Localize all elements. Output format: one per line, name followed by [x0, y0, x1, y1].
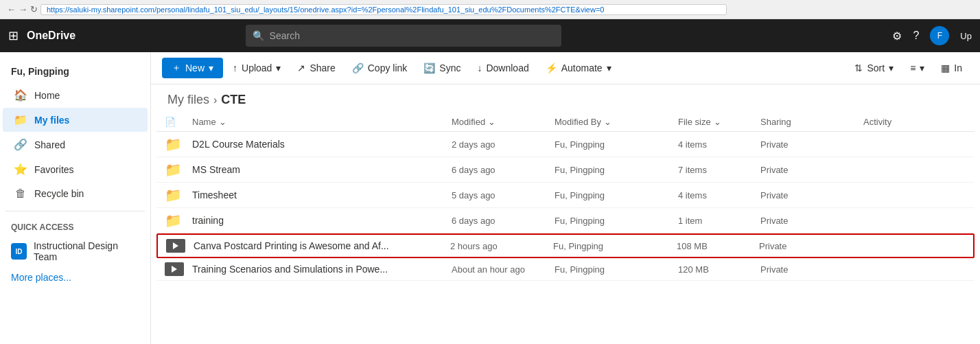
folder-icon: 📁: [165, 187, 192, 203]
sort-button[interactable]: ⇅ Sort ▾: [848, 58, 900, 78]
view-toggle-button[interactable]: ≡ ▾: [903, 58, 931, 78]
shared-icon: 🔗: [14, 138, 27, 151]
table-row[interactable]: 📁 D2L Course Materials 2 days ago Fu, Pi…: [156, 132, 975, 157]
waffle-icon[interactable]: ⊞: [8, 28, 19, 43]
instructional-design-avatar: ID: [11, 243, 27, 260]
top-bar-actions: ⚙ ? F Up: [892, 26, 972, 45]
forward-button[interactable]: →: [19, 4, 27, 14]
modified-by: Fu, Pingping: [555, 216, 678, 226]
upload-icon: ↑: [233, 62, 237, 73]
sidebar-item-my-files[interactable]: 📁 My files: [3, 108, 148, 132]
upload-status-icon[interactable]: Up: [960, 31, 972, 41]
favorites-icon: ⭐: [14, 163, 27, 176]
col-header-name[interactable]: Name ⌄: [192, 117, 452, 127]
folder-icon: 📁: [165, 212, 192, 229]
folder-icon: 📁: [165, 161, 192, 178]
file-name: Canva Postcard Printing is Awesome and A…: [194, 240, 450, 251]
quick-access-title: Quick access: [0, 217, 150, 235]
file-name: Training Scenarios and Simulations in Po…: [192, 264, 452, 275]
sidebar: Fu, Pingping 🏠 Home 📁 My files 🔗 Shared …: [0, 52, 151, 344]
my-files-icon: 📁: [14, 113, 27, 126]
new-button[interactable]: ＋ New ▾: [162, 58, 223, 78]
table-row[interactable]: Training Scenarios and Simulations in Po…: [156, 258, 975, 281]
modified-by: Fu, Pingping: [555, 264, 678, 275]
help-icon[interactable]: ?: [913, 30, 919, 42]
app-logo: OneDrive: [27, 30, 75, 42]
download-button[interactable]: ↓ Download: [470, 58, 535, 78]
share-icon: ↗: [297, 62, 305, 73]
modified-by-sort-icon: ⌄: [604, 117, 611, 127]
top-bar: ⊞ OneDrive 🔍 ⚙ ? F Up: [0, 19, 980, 52]
sharing: Private: [760, 139, 863, 150]
more-places-link[interactable]: More places...: [0, 268, 150, 287]
upload-chevron-icon: ▾: [276, 62, 281, 73]
col-header-sharing[interactable]: Sharing: [760, 117, 863, 127]
sidebar-user: Fu, Pingping: [0, 58, 150, 82]
file-name: MS Stream: [192, 164, 452, 175]
sidebar-item-shared[interactable]: 🔗 Shared: [3, 133, 148, 157]
instructional-design-label: Instructional Design Team: [34, 240, 139, 262]
sidebar-item-recycle-bin[interactable]: 🗑 Recycle bin: [3, 182, 148, 205]
file-size-sort-icon: ⌄: [714, 117, 721, 127]
video-icon-cell: [165, 262, 192, 276]
table-row[interactable]: 📁 Timesheet 5 days ago Fu, Pingping 4 it…: [156, 183, 975, 208]
play-icon: [172, 266, 177, 273]
content-area: ＋ New ▾ ↑ Upload ▾ ↗ Share 🔗 Copy link 🔄…: [151, 52, 980, 344]
modified-date: 6 days ago: [452, 165, 555, 175]
toolbar: ＋ New ▾ ↑ Upload ▾ ↗ Share 🔗 Copy link 🔄…: [151, 52, 980, 84]
sharing: Private: [759, 241, 862, 251]
search-icon: 🔍: [253, 30, 264, 41]
search-input[interactable]: [270, 30, 555, 41]
sidebar-label-shared: Shared: [34, 139, 65, 150]
sidebar-item-home[interactable]: 🏠 Home: [3, 83, 148, 107]
col-header-activity[interactable]: Activity: [863, 117, 966, 127]
file-type-icon: 📄: [165, 117, 176, 127]
modified-by: Fu, Pingping: [555, 165, 678, 175]
search-bar[interactable]: 🔍: [246, 25, 561, 47]
upload-button[interactable]: ↑ Upload ▾: [226, 58, 288, 78]
modified-date: 2 hours ago: [450, 241, 553, 251]
breadcrumb: My files › CTE: [151, 84, 980, 113]
file-size: 108 MB: [677, 241, 759, 251]
modified-date: 5 days ago: [452, 190, 555, 200]
breadcrumb-current: CTE: [221, 93, 246, 107]
col-header-file-size[interactable]: File size ⌄: [678, 117, 760, 127]
sync-button[interactable]: 🔄 Sync: [417, 58, 467, 78]
view-chevron-icon: ▾: [920, 62, 924, 73]
table-row[interactable]: 📁 MS Stream 6 days ago Fu, Pingping 7 it…: [156, 157, 975, 183]
sort-icon: ⇅: [854, 62, 863, 73]
breadcrumb-parent[interactable]: My files: [167, 93, 209, 107]
home-icon: 🏠: [14, 89, 27, 102]
settings-icon[interactable]: ⚙: [892, 30, 902, 43]
url-input[interactable]: https://saluki-my.sharepoint.com/persona…: [40, 4, 727, 15]
table-row[interactable]: Canva Postcard Printing is Awesome and A…: [156, 233, 975, 258]
file-size: 1 item: [678, 216, 760, 226]
automate-button[interactable]: ⚡ Automate ▾: [539, 58, 618, 78]
table-row[interactable]: 📁 training 6 days ago Fu, Pingping 1 ite…: [156, 208, 975, 233]
file-list: 📄 Name ⌄ Modified ⌄ Modified By ⌄ File s…: [151, 113, 980, 344]
sharing: Private: [760, 190, 863, 200]
profile-icon[interactable]: F: [930, 26, 949, 45]
main-layout: Fu, Pingping 🏠 Home 📁 My files 🔗 Shared …: [0, 52, 980, 344]
file-list-header: 📄 Name ⌄ Modified ⌄ Modified By ⌄ File s…: [156, 113, 975, 132]
file-size: 4 items: [678, 190, 760, 200]
automate-chevron-icon: ▾: [607, 62, 611, 73]
url-bar: ← → ↻ https://saluki-my.sharepoint.com/p…: [0, 0, 980, 19]
file-size: 4 items: [678, 139, 760, 150]
sidebar-item-favorites[interactable]: ⭐ Favorites: [3, 157, 148, 181]
sidebar-label-home: Home: [34, 90, 60, 101]
copy-link-button[interactable]: 🔗 Copy link: [345, 58, 415, 78]
file-size: 120 MB: [678, 264, 760, 275]
col-header-modified[interactable]: Modified ⌄: [452, 117, 555, 127]
modified-by: Fu, Pingping: [553, 241, 677, 251]
back-button[interactable]: ←: [7, 4, 16, 14]
info-button[interactable]: ▦ In: [934, 58, 969, 78]
share-button[interactable]: ↗ Share: [290, 58, 342, 78]
sidebar-label-recycle-bin: Recycle bin: [34, 188, 84, 199]
recycle-bin-icon: 🗑: [14, 187, 27, 200]
col-header-modified-by[interactable]: Modified By ⌄: [555, 117, 678, 127]
sidebar-item-instructional-design[interactable]: ID Instructional Design Team: [0, 235, 150, 268]
download-icon: ↓: [477, 62, 482, 73]
new-chevron-icon: ▾: [209, 62, 213, 73]
reload-button[interactable]: ↻: [30, 4, 38, 14]
